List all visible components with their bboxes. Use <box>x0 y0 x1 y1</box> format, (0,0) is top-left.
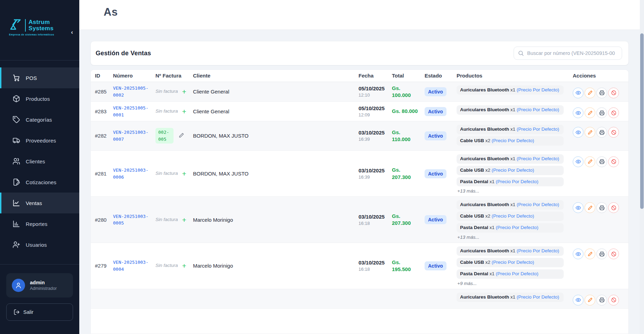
add-invoice-button[interactable]: + <box>182 262 186 269</box>
add-invoice-button[interactable]: + <box>182 216 186 223</box>
view-sale-button[interactable] <box>573 107 583 118</box>
no-invoice-label: Sin factura <box>155 171 178 176</box>
plus-icon: + <box>182 88 186 96</box>
print-sale-button[interactable] <box>596 156 607 167</box>
sale-id <box>91 289 109 308</box>
sidebar-item-label: Cotizaciones <box>26 179 56 185</box>
view-sale-button[interactable] <box>573 295 583 306</box>
sale-date: 03/10/2025 <box>359 130 386 136</box>
eye-icon <box>575 110 581 116</box>
pencil-icon <box>587 159 593 164</box>
printer-icon <box>599 159 605 164</box>
sale-number-link[interactable]: VEN-20251003-0006 <box>113 167 150 180</box>
cancel-sale-button[interactable] <box>608 249 619 259</box>
product-chip: Cable USB x2 (Precio Por Defecto) <box>457 136 564 146</box>
table-row: Auriculares Bluetooth x1 (Precio Por Def… <box>91 289 629 308</box>
printer-icon <box>599 297 605 303</box>
sidebar-item-cotizaciones[interactable]: Cotizaciones <box>0 172 79 193</box>
add-invoice-button[interactable]: + <box>182 108 186 115</box>
sidebar-item-usuarios[interactable]: Usuarios <box>0 234 79 255</box>
cancel-sale-button[interactable] <box>608 127 619 138</box>
cancel-sale-button[interactable] <box>608 295 619 306</box>
vertical-scrollbar[interactable] <box>640 0 644 334</box>
sidebar-item-pos[interactable]: POS <box>0 67 79 88</box>
user-card[interactable]: admin Administrador <box>6 273 73 298</box>
status-badge: Activo <box>425 107 446 116</box>
search-input[interactable] <box>514 47 622 60</box>
sidebar-item-ventas[interactable]: Ventas <box>0 193 79 213</box>
sale-number-link[interactable]: VEN-20251003-0007 <box>113 129 150 142</box>
add-invoice-button[interactable]: + <box>182 170 186 177</box>
eye-icon <box>575 159 581 164</box>
product-chip: Cable USB x2 (Precio Por Defecto) <box>457 166 564 175</box>
sale-id: #285 <box>91 82 109 102</box>
sale-total: Gs.207.300 <box>392 167 411 180</box>
print-sale-button[interactable] <box>596 107 607 118</box>
logout-button[interactable]: Salir <box>6 303 73 321</box>
sale-time: 12:09 <box>359 112 386 117</box>
table-row: #283VEN-20251005-0001Sin factura+Cliente… <box>91 102 629 121</box>
view-sale-button[interactable] <box>573 249 583 259</box>
view-sale-button[interactable] <box>573 88 583 98</box>
edit-sale-button[interactable] <box>585 295 595 306</box>
column-header-numero: Número <box>109 70 151 82</box>
sale-number-link[interactable]: VEN-20251005-0001 <box>113 105 150 118</box>
table-row: #281VEN-20251003-0006Sin factura+BORDON,… <box>91 150 629 197</box>
page-title: Gestión de Ventas <box>96 50 151 57</box>
column-header-estado: Estado <box>420 70 452 82</box>
cancel-sale-button[interactable] <box>608 107 619 118</box>
sidebar-item-proveedores[interactable]: Proveedores <box>0 130 79 151</box>
sale-time: 16:18 <box>359 267 386 272</box>
file-edit-icon <box>13 178 20 186</box>
cancel-sale-button[interactable] <box>608 88 619 98</box>
topbar <box>79 0 644 30</box>
sale-number-link[interactable]: VEN-20251003-0004 <box>113 259 150 272</box>
no-invoice-label: Sin factura <box>155 89 178 94</box>
page-brand-text: As <box>104 6 118 18</box>
products-cell: Auriculares Bluetooth x1 (Precio Por Def… <box>452 102 569 121</box>
bar-chart-icon <box>13 220 20 228</box>
sale-number-link[interactable]: VEN-20251003-0005 <box>113 213 150 227</box>
sidebar-item-productos[interactable]: Productos <box>0 88 79 109</box>
product-chip: Auriculares Bluetooth x1 (Precio Por Def… <box>457 154 564 164</box>
scrollbar-thumb[interactable] <box>640 33 644 209</box>
products-cell: Auriculares Bluetooth x1 (Precio Por Def… <box>452 150 569 197</box>
sidebar-item-categor-as[interactable]: Categorías <box>0 109 79 130</box>
edit-sale-button[interactable] <box>585 156 595 167</box>
sidebar-item-clientes[interactable]: Clientes <box>0 151 79 172</box>
chevron-left-icon: ‹ <box>71 29 73 35</box>
ban-icon <box>611 90 617 96</box>
add-invoice-button[interactable]: + <box>182 88 186 95</box>
sale-number-link[interactable]: VEN-20251005-0002 <box>113 85 150 98</box>
sale-id: #282 <box>91 121 109 151</box>
cancel-sale-button[interactable] <box>608 202 619 213</box>
sidebar-collapse-button[interactable]: ‹ <box>67 28 77 37</box>
edit-sale-button[interactable] <box>585 202 595 213</box>
edit-sale-button[interactable] <box>585 88 595 98</box>
view-sale-button[interactable] <box>573 127 583 138</box>
sale-id: #281 <box>91 150 109 197</box>
edit-sale-button[interactable] <box>585 127 595 138</box>
product-chip: Auriculares Bluetooth x1 (Precio Por Def… <box>457 293 564 302</box>
edit-sale-button[interactable] <box>585 249 595 259</box>
edit-sale-button[interactable] <box>585 107 595 118</box>
print-sale-button[interactable] <box>596 202 607 213</box>
print-sale-button[interactable] <box>596 295 607 306</box>
print-sale-button[interactable] <box>596 127 607 138</box>
cancel-sale-button[interactable] <box>608 156 619 167</box>
view-sale-button[interactable] <box>573 202 583 213</box>
edit-invoice-button[interactable] <box>178 132 184 139</box>
cart-icon <box>13 74 20 82</box>
sale-id: #279 <box>91 243 109 289</box>
sidebar-item-reportes[interactable]: Reportes <box>0 213 79 234</box>
actions-cell <box>569 243 629 289</box>
truck-icon <box>13 137 20 144</box>
more-products-note: +13 más... <box>457 188 564 194</box>
print-sale-button[interactable] <box>596 88 607 98</box>
column-header-fecha: Fecha <box>354 70 388 82</box>
view-sale-button[interactable] <box>573 156 583 167</box>
print-sale-button[interactable] <box>596 249 607 259</box>
product-chip: Pasta Dental x1 (Precio Por Defecto) <box>457 223 564 233</box>
sidebar-item-label: Productos <box>26 96 50 102</box>
sales-table-body: #285VEN-20251005-0002Sin factura+Cliente… <box>91 82 629 308</box>
